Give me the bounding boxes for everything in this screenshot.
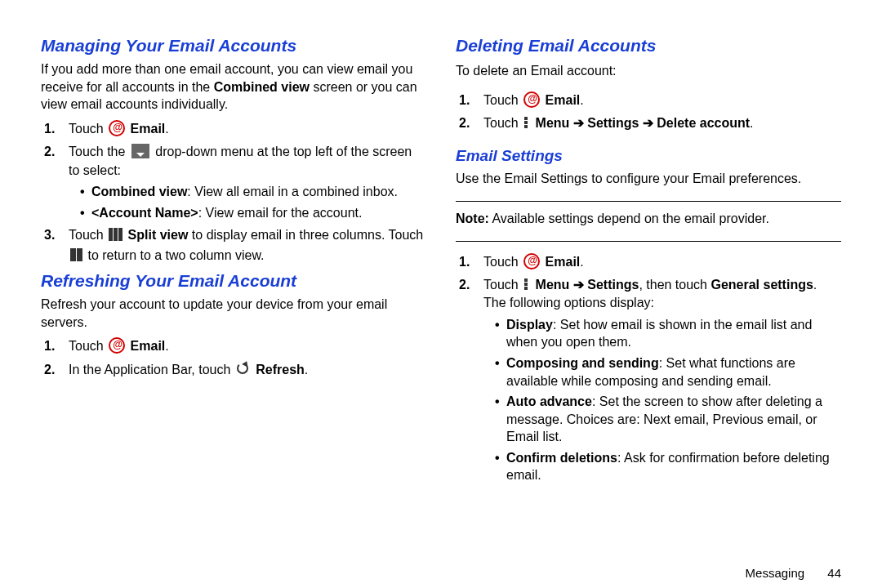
label: Composing and sending	[506, 356, 659, 370]
left-column: Managing Your Email Accounts If you add …	[41, 33, 441, 580]
text: Touch	[483, 93, 522, 107]
email-icon	[523, 91, 540, 108]
dropdown-options: Combined view: View all email in a combi…	[69, 183, 426, 221]
label: Combined view	[91, 185, 187, 198]
desc: : View all email in a combined inbox.	[187, 185, 398, 198]
refresh-icon	[236, 362, 251, 376]
arrow-icon	[569, 116, 587, 130]
step-1: Touch Email.	[60, 120, 426, 138]
step-1: Touch Email.	[475, 91, 841, 109]
option-composing: Composing and sending: Set what function…	[495, 354, 841, 390]
settings-steps-list: Touch Email. Touch MenuSettings, then to…	[456, 250, 841, 490]
label: Auto advance	[506, 394, 592, 408]
option-confirm-deletions: Confirm deletions: Ask for confirmation …	[495, 449, 841, 484]
heading-email-settings: Email Settings	[456, 147, 841, 165]
menu-icon	[524, 278, 529, 291]
text: In the Application Bar, touch	[69, 363, 234, 376]
manual-page: Managing Your Email Accounts If you add …	[0, 0, 882, 588]
page-footer: Messaging 44	[456, 558, 841, 580]
email-icon	[109, 337, 125, 354]
right-column: Deleting Email Accounts To delete an Ema…	[441, 33, 841, 580]
refresh-label: Refresh	[256, 363, 305, 376]
three-column-icon	[109, 228, 122, 246]
text: to return to a two column view.	[84, 248, 265, 262]
settings-label: Settings	[587, 278, 639, 292]
text: Touch the	[69, 145, 129, 158]
step-2: Touch MenuSettingsDelete account.	[475, 114, 841, 132]
arrow-icon	[569, 278, 587, 292]
divider	[456, 201, 841, 202]
option-combined-view: Combined view: View all email in a combi…	[80, 183, 426, 201]
step-2: Touch MenuSettings, then touch General s…	[475, 276, 841, 484]
desc: : View email for the account.	[198, 206, 363, 220]
general-settings-label: General settings	[710, 278, 813, 292]
option-auto-advance: Auto advance: Set the screen to show aft…	[495, 393, 841, 446]
step-1: Touch Email.	[60, 337, 426, 355]
general-settings-options: Display: Set how email is shown in the e…	[483, 316, 841, 484]
label: <Account Name>	[91, 206, 198, 220]
option-account-name: <Account Name>: View email for the accou…	[80, 204, 426, 222]
heading-deleting-email-accounts: Deleting Email Accounts	[456, 36, 841, 56]
menu-label: Menu	[536, 278, 570, 292]
text: Touch	[69, 339, 107, 353]
note-paragraph: Note: Available settings depend on the e…	[456, 210, 841, 228]
note-label: Note:	[456, 212, 489, 225]
managing-intro-paragraph: If you add more than one email account, …	[41, 60, 426, 114]
refresh-intro-paragraph: Refresh your account to update your devi…	[41, 296, 426, 331]
text: to display email in three columns. Touch	[188, 228, 423, 242]
text: Touch	[483, 116, 522, 130]
section-name: Messaging	[746, 566, 805, 580]
step-2: Touch the drop-down menu at the top left…	[60, 143, 426, 221]
divider	[456, 241, 841, 242]
step-2: In the Application Bar, touch Refresh.	[60, 361, 426, 379]
page-number: 44	[827, 566, 841, 580]
arrow-icon	[639, 116, 657, 130]
email-icon	[523, 253, 540, 270]
text: Touch	[69, 228, 107, 242]
step-1: Touch Email.	[475, 253, 841, 271]
email-settings-paragraph: Use the Email Settings to configure your…	[456, 170, 841, 188]
text: Touch	[69, 122, 107, 136]
label: Confirm deletions	[506, 451, 617, 465]
step-3: Touch Split view to display email in thr…	[60, 226, 426, 266]
email-label: Email	[546, 255, 581, 269]
option-display: Display: Set how email is shown in the e…	[495, 316, 841, 351]
text: Touch	[483, 278, 522, 292]
heading-managing-email-accounts: Managing Your Email Accounts	[41, 36, 426, 56]
dropdown-icon	[131, 144, 149, 158]
delete-intro-paragraph: To delete an Email account:	[456, 62, 841, 80]
desc: : Set how email is shown in the email li…	[506, 318, 812, 350]
menu-label: Menu	[536, 116, 570, 130]
managing-steps-list: Touch Email. Touch the drop-down menu at…	[41, 120, 426, 266]
email-label: Email	[131, 339, 166, 353]
label: Display	[506, 318, 553, 332]
email-label: Email	[546, 93, 581, 107]
email-icon	[109, 120, 125, 136]
combined-view-term: Combined view	[214, 80, 310, 94]
two-column-icon	[70, 248, 82, 266]
delete-steps-list: Touch Email. Touch MenuSettingsDelete ac…	[456, 88, 841, 138]
settings-label: Settings	[587, 116, 639, 130]
refresh-steps-list: Touch Email. In the Application Bar, tou…	[41, 337, 426, 379]
text: , then touch	[639, 278, 710, 292]
note-text: Available settings depend on the email p…	[489, 212, 769, 225]
delete-account-label: Delete account	[657, 116, 750, 130]
email-label: Email	[131, 122, 166, 136]
menu-icon	[524, 116, 529, 129]
split-view-label: Split view	[128, 228, 189, 242]
heading-refreshing-email-account: Refreshing Your Email Account	[41, 271, 426, 291]
text: Touch	[483, 255, 522, 269]
